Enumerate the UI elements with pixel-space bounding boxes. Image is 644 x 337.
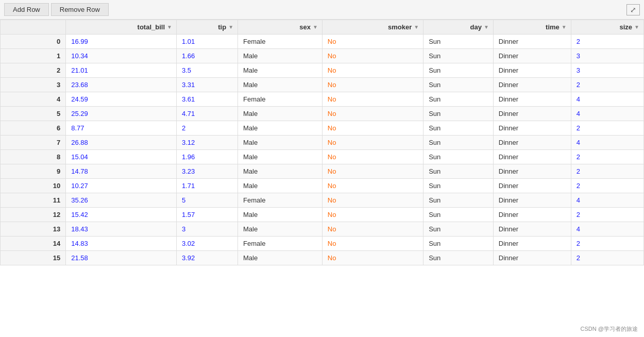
tip-filter-icon[interactable]: ▼	[228, 24, 233, 30]
cell-sex: Female	[238, 237, 323, 251]
cell-tip: 3.92	[176, 251, 238, 265]
table-row[interactable]: 1010.271.71MaleNoSunDinner2	[1, 179, 644, 193]
table-row[interactable]: 1318.433MaleNoSunDinner4	[1, 222, 644, 237]
cell-time: Dinner	[493, 208, 571, 222]
cell-tip: 1.57	[176, 208, 238, 222]
cell-day: Sun	[423, 35, 494, 49]
cell-smoker: No	[322, 107, 423, 121]
sex-filter-icon[interactable]: ▼	[313, 24, 318, 30]
remove-row-button[interactable]: Remove Row	[51, 3, 109, 16]
time-filter-icon[interactable]: ▼	[562, 24, 567, 30]
cell-tip: 3.23	[176, 164, 238, 179]
cell-time: Dinner	[493, 136, 571, 150]
cell-smoker: No	[322, 121, 423, 136]
cell-day: Sun	[423, 49, 494, 63]
cell-time: Dinner	[493, 107, 571, 121]
cell-total_bill: 23.68	[66, 78, 177, 92]
cell-sex: Male	[238, 78, 323, 92]
table-row[interactable]: 221.013.5MaleNoSunDinner3	[1, 63, 644, 78]
cell-size: 2	[571, 237, 643, 251]
total-bill-filter-icon[interactable]: ▼	[167, 24, 172, 30]
cell-time: Dinner	[493, 78, 571, 92]
cell-size: 4	[571, 136, 643, 150]
table-row[interactable]: 68.772MaleNoSunDinner2	[1, 121, 644, 136]
cell-day: Sun	[423, 222, 494, 237]
cell-total_bill: 24.59	[66, 92, 177, 107]
cell-sex: Male	[238, 251, 323, 265]
cell-time: Dinner	[493, 49, 571, 63]
day-header: day ▼	[423, 20, 494, 35]
total-bill-header: total_bill ▼	[66, 20, 177, 35]
cell-day: Sun	[423, 150, 494, 164]
table-row[interactable]: 016.991.01FemaleNoSunDinner2	[1, 35, 644, 49]
tip-label: tip	[218, 23, 226, 31]
cell-day: Sun	[423, 92, 494, 107]
table-container: total_bill ▼ tip ▼ sex ▼	[0, 20, 644, 328]
row-index-cell: 11	[1, 193, 66, 208]
cell-total_bill: 8.77	[66, 121, 177, 136]
cell-sex: Male	[238, 179, 323, 193]
cell-total_bill: 15.42	[66, 208, 177, 222]
row-index-cell: 13	[1, 222, 66, 237]
tip-header: tip ▼	[176, 20, 238, 35]
cell-size: 2	[571, 35, 643, 49]
add-row-button[interactable]: Add Row	[4, 3, 49, 16]
row-index-cell: 4	[1, 92, 66, 107]
cell-total_bill: 14.78	[66, 164, 177, 179]
table-row[interactable]: 914.783.23MaleNoSunDinner2	[1, 164, 644, 179]
table-row[interactable]: 1215.421.57MaleNoSunDinner2	[1, 208, 644, 222]
cell-day: Sun	[423, 136, 494, 150]
cell-sex: Male	[238, 164, 323, 179]
cell-total_bill: 18.43	[66, 222, 177, 237]
cell-day: Sun	[423, 78, 494, 92]
cell-time: Dinner	[493, 150, 571, 164]
cell-smoker: No	[322, 251, 423, 265]
cell-size: 2	[571, 251, 643, 265]
cell-day: Sun	[423, 208, 494, 222]
size-filter-icon[interactable]: ▼	[634, 24, 639, 30]
cell-size: 2	[571, 164, 643, 179]
smoker-label: smoker	[388, 23, 412, 31]
cell-sex: Male	[238, 150, 323, 164]
table-row[interactable]: 525.294.71MaleNoSunDinner4	[1, 107, 644, 121]
cell-smoker: No	[322, 150, 423, 164]
cell-tip: 3.61	[176, 92, 238, 107]
cell-smoker: No	[322, 208, 423, 222]
cell-time: Dinner	[493, 193, 571, 208]
cell-time: Dinner	[493, 237, 571, 251]
sex-header: sex ▼	[238, 20, 323, 35]
cell-size: 4	[571, 92, 643, 107]
index-header	[1, 20, 66, 35]
table-row[interactable]: 1135.265FemaleNoSunDinner4	[1, 193, 644, 208]
table-row[interactable]: 726.883.12MaleNoSunDinner4	[1, 136, 644, 150]
cell-size: 2	[571, 78, 643, 92]
cell-tip: 3.31	[176, 78, 238, 92]
cell-total_bill: 25.29	[66, 107, 177, 121]
smoker-filter-icon[interactable]: ▼	[414, 24, 419, 30]
cell-size: 4	[571, 107, 643, 121]
table-row[interactable]: 323.683.31MaleNoSunDinner2	[1, 78, 644, 92]
cell-total_bill: 16.99	[66, 35, 177, 49]
cell-sex: Male	[238, 121, 323, 136]
table-row[interactable]: 110.341.66MaleNoSunDinner3	[1, 49, 644, 63]
cell-time: Dinner	[493, 179, 571, 193]
expand-button[interactable]: ⤢	[626, 4, 640, 15]
row-index-cell: 6	[1, 121, 66, 136]
cell-total_bill: 10.34	[66, 49, 177, 63]
size-label: size	[620, 23, 633, 31]
cell-time: Dinner	[493, 35, 571, 49]
cell-size: 3	[571, 49, 643, 63]
day-filter-icon[interactable]: ▼	[484, 24, 489, 30]
table-row[interactable]: 1521.583.92MaleNoSunDinner2	[1, 251, 644, 265]
cell-size: 2	[571, 121, 643, 136]
cell-sex: Male	[238, 63, 323, 78]
table-row[interactable]: 1414.833.02FemaleNoSunDinner2	[1, 237, 644, 251]
row-index-cell: 9	[1, 164, 66, 179]
cell-smoker: No	[322, 92, 423, 107]
cell-smoker: No	[322, 193, 423, 208]
cell-smoker: No	[322, 164, 423, 179]
table-row[interactable]: 815.041.96MaleNoSunDinner2	[1, 150, 644, 164]
cell-total_bill: 15.04	[66, 150, 177, 164]
table-row[interactable]: 424.593.61FemaleNoSunDinner4	[1, 92, 644, 107]
data-table: total_bill ▼ tip ▼ sex ▼	[0, 20, 644, 265]
